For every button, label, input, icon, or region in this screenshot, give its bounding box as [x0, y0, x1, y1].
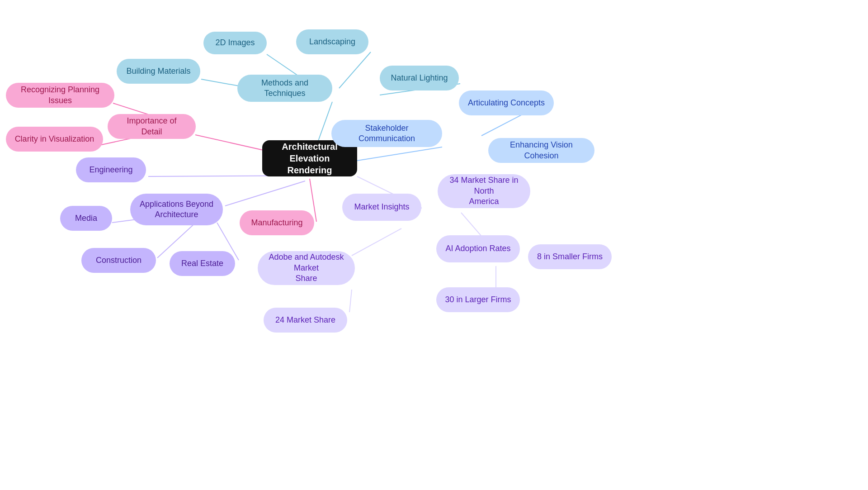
- larger-firms-node: 30 in Larger Firms: [436, 287, 520, 312]
- 24-market-label: 24 Market Share: [275, 315, 335, 325]
- methods-node: Methods and Techniques: [237, 75, 332, 102]
- ai-adoption-node: AI Adoption Rates: [436, 235, 520, 262]
- svg-line-15: [481, 112, 527, 136]
- methods-label: Methods and Techniques: [245, 78, 324, 99]
- market-insights-label: Market Insights: [354, 202, 409, 212]
- stakeholder-comm-label: Stakeholder Communication: [340, 123, 434, 144]
- media-label: Media: [75, 213, 97, 224]
- importance-detail-node: Importance of Detail: [108, 114, 196, 139]
- engineering-label: Engineering: [89, 165, 132, 175]
- smaller-firms-node: 8 in Smaller Firms: [528, 244, 612, 269]
- importance-detail-label: Importance of Detail: [116, 116, 188, 137]
- articulating-concepts-label: Articulating Concepts: [468, 98, 545, 108]
- natural-lighting-label: Natural Lighting: [391, 73, 448, 83]
- building-materials-node: Building Materials: [117, 59, 200, 84]
- construction-label: Construction: [96, 255, 142, 266]
- north-america-node: 34 Market Share in North America: [438, 174, 530, 208]
- center-label: Architectural Elevation Rendering: [270, 141, 349, 176]
- recognizing-planning-node: Recognizing Planning Issues: [6, 83, 114, 108]
- 24-market-node: 24 Market Share: [264, 308, 347, 333]
- stakeholder-comm-node: Stakeholder Communication: [331, 120, 442, 147]
- adobe-autodesk-label: Adobe and Autodesk Market Share: [266, 252, 347, 284]
- recognizing-planning-label: Recognizing Planning Issues: [14, 85, 106, 106]
- larger-firms-label: 30 in Larger Firms: [445, 295, 511, 305]
- articulating-concepts-node: Articulating Concepts: [459, 90, 554, 115]
- svg-line-22: [352, 228, 401, 256]
- market-insights-node: Market Insights: [342, 194, 421, 221]
- real-estate-node: Real Estate: [170, 251, 235, 276]
- media-node: Media: [60, 206, 112, 231]
- svg-line-9: [225, 181, 305, 206]
- clarity-viz-label: Clarity in Visualization: [15, 134, 94, 144]
- svg-line-2: [339, 52, 371, 88]
- clarity-viz-node: Clarity in Visualization: [6, 127, 103, 152]
- natural-lighting-node: Natural Lighting: [380, 66, 459, 90]
- svg-line-23: [349, 290, 352, 312]
- apps-beyond-node: Applications Beyond Architecture: [130, 194, 223, 225]
- enhancing-vision-node: Enhancing Vision Cohesion: [488, 138, 594, 163]
- landscaping-label: Landscaping: [309, 37, 355, 47]
- building-materials-label: Building Materials: [126, 66, 190, 76]
- apps-beyond-label: Applications Beyond Architecture: [140, 199, 213, 220]
- 2d-images-node: 2D Images: [203, 32, 267, 54]
- landscaping-node: Landscaping: [296, 29, 368, 54]
- 2d-images-label: 2D Images: [215, 38, 255, 48]
- enhancing-vision-label: Enhancing Vision Cohesion: [496, 140, 586, 161]
- ai-adoption-label: AI Adoption Rates: [445, 243, 510, 254]
- real-estate-label: Real Estate: [181, 258, 223, 269]
- north-america-label: 34 Market Share in North America: [446, 175, 522, 207]
- smaller-firms-label: 8 in Smaller Firms: [537, 252, 603, 262]
- svg-line-14: [357, 147, 442, 161]
- manufacturing-node: Manufacturing: [240, 210, 314, 235]
- construction-node: Construction: [81, 248, 156, 273]
- adobe-autodesk-node: Adobe and Autodesk Market Share: [258, 251, 355, 285]
- engineering-node: Engineering: [76, 157, 146, 182]
- manufacturing-label: Manufacturing: [251, 218, 302, 228]
